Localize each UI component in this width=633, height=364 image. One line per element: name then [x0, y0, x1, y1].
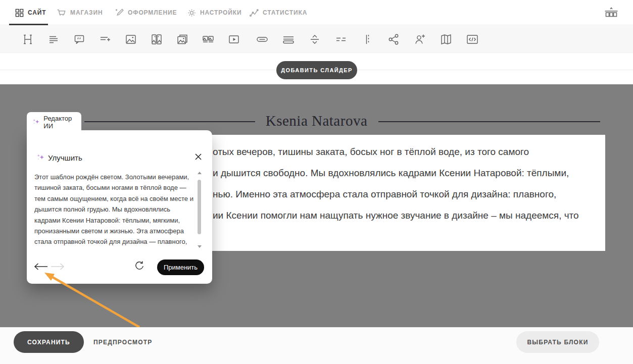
nav-tab-settings-label: НАСТРОЙКИ — [200, 9, 242, 16]
add-form-button[interactable] — [281, 32, 296, 46]
save-button[interactable]: СОХРАНИТЬ — [14, 331, 84, 353]
block-type-toolbar — [0, 26, 633, 53]
add-images-with-text-button[interactable] — [201, 32, 215, 46]
nav-tab-shop[interactable]: МАГАЗИН — [57, 0, 103, 25]
nav-tab-shop-label: МАГАЗИН — [70, 9, 103, 16]
add-image-split-button[interactable] — [150, 32, 164, 46]
ai-text-line: стала отправной точкой для дизайна — пла… — [34, 236, 197, 247]
website-builder-editor: САЙТ МАГАЗИН ОФОРМЛЕНИЕ НАСТРОЙКИ — [0, 0, 633, 364]
add-person-icon — [413, 33, 426, 46]
next-suggestion-button[interactable] — [50, 262, 65, 273]
divider-icon — [334, 33, 348, 46]
my-sites-button[interactable] — [603, 6, 621, 19]
add-map-button[interactable] — [439, 32, 453, 46]
add-spacer-button[interactable] — [308, 32, 322, 46]
ai-popup-title: Улучшить — [48, 153, 82, 162]
nav-tab-design[interactable]: ОФОРМЛЕНИЕ — [115, 0, 177, 25]
nav-tab-site-label: САЙТ — [28, 9, 46, 16]
nav-tab-statistics[interactable]: СТАТИСТИКА — [250, 0, 307, 25]
add-image-button[interactable] — [124, 32, 138, 46]
heading-icon — [21, 33, 34, 46]
top-nav: САЙТ МАГАЗИН ОФОРМЛЕНИЕ НАСТРОЙКИ — [0, 0, 633, 25]
nav-tab-site[interactable]: САЙТ — [15, 0, 46, 25]
popup-scrollbar[interactable] — [197, 172, 202, 249]
close-icon[interactable] — [194, 153, 205, 163]
active-tab-underline — [9, 24, 48, 25]
ai-text-line: дышится полной грудью. Мы вдохновлялись — [34, 204, 197, 215]
form-icon — [282, 33, 295, 46]
quote-icon — [73, 33, 86, 46]
gallery-icon — [176, 33, 189, 46]
map-icon — [440, 33, 453, 46]
title-decorative-line-left — [84, 121, 255, 122]
brush-icon — [115, 9, 124, 17]
add-button-block-button[interactable] — [255, 32, 269, 46]
ai-text-line: пронизанными светом и жизнью. Эта атмосф… — [34, 226, 197, 236]
code-icon — [466, 33, 479, 46]
scroll-down-icon[interactable] — [198, 245, 202, 248]
scroll-up-icon[interactable] — [198, 172, 202, 174]
gear-icon — [187, 9, 196, 17]
nav-tab-statistics-label: СТАТИСТИКА — [263, 9, 307, 16]
nav-tab-settings[interactable]: НАСТРОЙКИ — [187, 0, 242, 25]
add-share-button[interactable] — [386, 32, 401, 46]
stats-icon — [250, 9, 259, 17]
add-text-button[interactable] — [46, 32, 61, 46]
ai-suggested-text[interactable]: Этот шаблон рождён светом. Золотыми вече… — [34, 172, 197, 250]
image-split-icon — [150, 33, 163, 46]
paragraph-line[interactable]: отых вечеров, тишины заката, босых ног в… — [213, 146, 529, 158]
ai-improve-popup: Улучшить Этот шаблон рождён светом. Золо… — [27, 130, 212, 284]
button-block-icon — [256, 33, 269, 46]
refresh-icon — [134, 261, 145, 272]
apply-button[interactable]: Применить — [157, 259, 204, 275]
arrow-left-icon — [33, 262, 48, 272]
arrow-right-icon — [50, 262, 65, 272]
title-decorative-line-right — [378, 121, 600, 122]
image-icon — [124, 33, 137, 46]
ai-text-line: естественного, лишённого суеты. Фотограф… — [34, 247, 197, 250]
sparkles-icon — [36, 153, 45, 164]
choose-blocks-button[interactable]: ВЫБРАТЬ БЛОКИ — [516, 331, 599, 353]
paragraph-line[interactable]: нью. Именно эта атмосфера стала отправно… — [213, 189, 556, 200]
add-text-more-button[interactable] — [98, 32, 112, 46]
add-gallery-button[interactable] — [175, 32, 189, 46]
ai-text-line: Этот шаблон рождён светом. Золотыми вече… — [34, 172, 197, 182]
regenerate-button[interactable] — [133, 261, 145, 273]
vertical-divider-icon — [361, 33, 374, 46]
ai-text-line: тем самым ощущением, когда всё на своём … — [34, 193, 197, 204]
add-vertical-divider-button[interactable] — [360, 32, 374, 46]
text-add-icon — [99, 33, 112, 46]
add-slider-button[interactable]: ДОБАВИТЬ СЛАЙДЕР — [276, 61, 357, 79]
grid-icon — [15, 9, 24, 17]
cart-icon — [57, 9, 66, 17]
ai-text-line: тишиной заката, босыми ногами в тёплой в… — [34, 182, 197, 193]
previous-suggestion-button[interactable] — [33, 262, 48, 273]
video-icon — [227, 33, 240, 46]
text-block-icon — [47, 33, 60, 46]
sparkles-icon — [32, 118, 40, 126]
images-text-icon — [202, 33, 215, 46]
preview-button[interactable]: ПРЕДПРОСМОТР — [93, 328, 153, 356]
paragraph-line[interactable]: и дышится свободно. Мы вдохновлялись кад… — [213, 168, 569, 179]
add-html-code-button[interactable] — [465, 32, 479, 46]
add-heading-button[interactable] — [21, 32, 35, 46]
add-quote-button[interactable] — [72, 32, 86, 46]
bottom-bar: СОХРАНИТЬ ПРЕДПРОСМОТР ВЫБРАТЬ БЛОКИ — [0, 327, 633, 364]
nav-tab-design-label: ОФОРМЛЕНИЕ — [128, 9, 177, 16]
add-video-button[interactable] — [227, 32, 241, 46]
add-divider-button[interactable] — [334, 32, 348, 46]
scrollbar-thumb[interactable] — [198, 180, 201, 234]
paragraph-line[interactable]: ии Ксении помогли нам нащупать нужное зв… — [213, 210, 579, 221]
storefront-icon — [603, 6, 620, 19]
spacer-icon — [308, 33, 321, 46]
add-team-member-button[interactable] — [413, 32, 427, 46]
ai-editor-tab-label: Редактор ИИ — [43, 115, 81, 130]
share-icon — [387, 33, 400, 46]
ai-editor-tab[interactable]: Редактор ИИ — [27, 112, 81, 132]
ai-text-line: кадрами Ксении Натаровой: тёплыми, мягки… — [34, 215, 197, 226]
